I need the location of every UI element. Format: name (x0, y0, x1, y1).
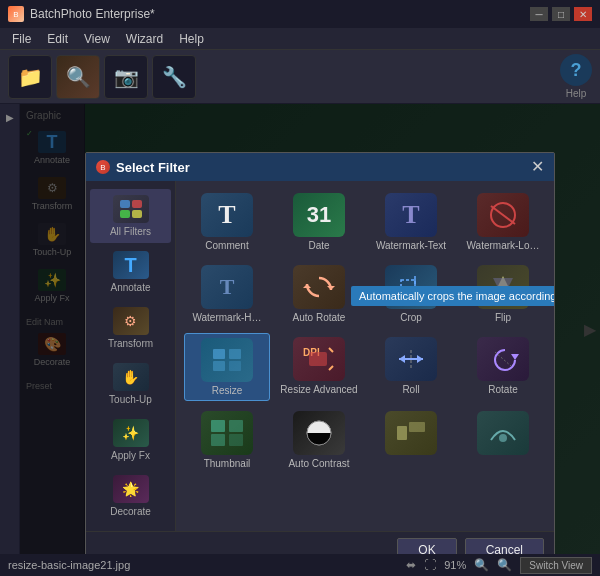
toolbar-settings-button[interactable]: 🔧 (152, 55, 196, 99)
ok-button[interactable]: OK (397, 538, 456, 554)
roll-label: Roll (372, 384, 450, 395)
filter-nav-touchup-label: Touch-Up (109, 394, 152, 405)
decorate-nav-icon: 🌟 (113, 475, 149, 503)
help-icon: ? (560, 54, 592, 86)
auto-contrast-label: Auto Contrast (280, 458, 358, 469)
filter-nav-all-label: All Filters (110, 226, 151, 237)
zoom-in-icon[interactable]: 🔍 (497, 558, 512, 572)
filter-auto-contrast[interactable]: Auto Contrast (276, 407, 362, 473)
toolbar-camera-button[interactable]: 📷 (104, 55, 148, 99)
filter-crop[interactable]: Crop (368, 261, 454, 327)
filter-watermark-logo[interactable]: Watermark-Lo… (460, 189, 546, 255)
svg-point-35 (499, 434, 507, 442)
preview-icons: ⬌ ⛶ 91% 🔍 🔍 (406, 558, 512, 572)
switch-view-button[interactable]: Switch View (520, 557, 592, 574)
svg-rect-27 (211, 420, 225, 432)
filter-nav: All Filters T Annotate ⚙ (86, 181, 176, 531)
comment-label: Comment (188, 240, 266, 251)
title-bar-left: B BatchPhoto Enterprise* (8, 6, 155, 22)
title-bar-controls: ─ □ ✕ (530, 7, 592, 21)
resize-label: Resize (189, 385, 265, 396)
crop-label: Crop (372, 312, 450, 323)
filter-thumbnail[interactable]: Thumbnail (184, 407, 270, 473)
filter-nav-transform-label: Transform (108, 338, 153, 349)
sidebar-arrow[interactable]: ▶ (6, 112, 14, 123)
toolbar: 📁 🔍 📷 🔧 ? Help (0, 50, 600, 104)
filter-watermark-h[interactable]: T Watermark-H… (184, 261, 270, 327)
zoom-level: 91% (444, 559, 466, 571)
filter-nav-annotate[interactable]: T Annotate (90, 245, 171, 299)
filter-rotate[interactable]: Rotate (460, 333, 546, 401)
extra2-icon (477, 411, 529, 455)
comment-icon: T (201, 193, 253, 237)
filter-watermark-text[interactable]: T Watermark-Text (368, 189, 454, 255)
all-filters-icon (113, 195, 149, 223)
filter-extra2[interactable] (460, 407, 546, 473)
filter-nav-transform[interactable]: ⚙ Transform (90, 301, 171, 355)
svg-rect-28 (229, 420, 243, 432)
watermark-logo-label: Watermark-Lo… (464, 240, 542, 251)
svg-rect-17 (229, 361, 241, 371)
svg-rect-16 (213, 361, 225, 371)
title-bar: B BatchPhoto Enterprise* ─ □ ✕ (0, 0, 600, 28)
svg-rect-0 (120, 200, 130, 208)
modal-title-left: B Select Filter (96, 160, 190, 175)
toolbar-open-button[interactable]: 📁 (8, 55, 52, 99)
menu-view[interactable]: View (76, 30, 118, 48)
content-area: Graphic ✓ T Annotate ⚙ Transform ✋ Touch… (20, 104, 600, 554)
filter-nav-all[interactable]: All Filters (90, 189, 171, 243)
cancel-button[interactable]: Cancel (465, 538, 544, 554)
fit-width-icon[interactable]: ⬌ (406, 558, 416, 572)
thumbnail-icon (201, 411, 253, 455)
toolbar-search-button[interactable]: 🔍 (56, 55, 100, 99)
filter-resize-advanced[interactable]: DPI Resize Advanced (276, 333, 362, 401)
filter-flip[interactable]: Flip (460, 261, 546, 327)
fit-screen-icon[interactable]: ⛶ (424, 558, 436, 572)
filter-comment[interactable]: T Comment (184, 189, 270, 255)
filter-nav-decorate[interactable]: 🌟 Decorate (90, 469, 171, 523)
maximize-button[interactable]: □ (552, 7, 570, 21)
minimize-button[interactable]: ─ (530, 7, 548, 21)
filter-grid-area[interactable]: T Comment 31 Date (176, 181, 554, 531)
modal-overlay: B Select Filter ✕ (20, 104, 600, 554)
filter-nav-touchup[interactable]: ✋ Touch-Up (90, 357, 171, 411)
thumbnail-label: Thumbnail (188, 458, 266, 469)
crop-icon (385, 265, 437, 309)
watermark-logo-icon (477, 193, 529, 237)
applyfx-nav-icon: ✨ (113, 419, 149, 447)
menu-help[interactable]: Help (171, 30, 212, 48)
main-area: ▶ Graphic ✓ T Annotate ⚙ Transform (0, 104, 600, 554)
date-label: Date (280, 240, 358, 251)
touchup-nav-icon: ✋ (113, 363, 149, 391)
watermark-text-label: Watermark-Text (372, 240, 450, 251)
svg-marker-6 (327, 286, 335, 290)
filter-nav-annotate-label: Annotate (110, 282, 150, 293)
help-button[interactable]: ? Help (560, 54, 592, 99)
filter-extra1[interactable] (368, 407, 454, 473)
resize-adv-icon: DPI (293, 337, 345, 381)
watermark-h-icon: T (201, 265, 253, 309)
filter-nav-decorate-label: Decorate (110, 506, 151, 517)
filter-auto-rotate[interactable]: Auto Rotate (276, 261, 362, 327)
svg-marker-7 (303, 284, 311, 288)
svg-marker-22 (417, 355, 423, 363)
menu-wizard[interactable]: Wizard (118, 30, 171, 48)
filter-nav-applyfx[interactable]: ✨ Apply Fx (90, 413, 171, 467)
extra1-icon (385, 411, 437, 455)
preview-bar: resize-basic-image21.jpg ⬌ ⛶ 91% 🔍 🔍 Swi… (0, 554, 600, 576)
svg-line-19 (329, 348, 333, 352)
close-button[interactable]: ✕ (574, 7, 592, 21)
zoom-out-icon[interactable]: 🔍 (474, 558, 489, 572)
left-sidebar: ▶ (0, 104, 20, 554)
svg-rect-2 (120, 210, 130, 218)
svg-rect-14 (213, 349, 225, 359)
help-label: Help (566, 88, 587, 99)
menu-edit[interactable]: Edit (39, 30, 76, 48)
menu-bar: File Edit View Wizard Help (0, 28, 600, 50)
filter-resize[interactable]: Resize (184, 333, 270, 401)
menu-file[interactable]: File (4, 30, 39, 48)
filter-roll[interactable]: Roll (368, 333, 454, 401)
svg-line-5 (491, 206, 515, 224)
filter-date[interactable]: 31 Date (276, 189, 362, 255)
modal-close-button[interactable]: ✕ (531, 159, 544, 175)
